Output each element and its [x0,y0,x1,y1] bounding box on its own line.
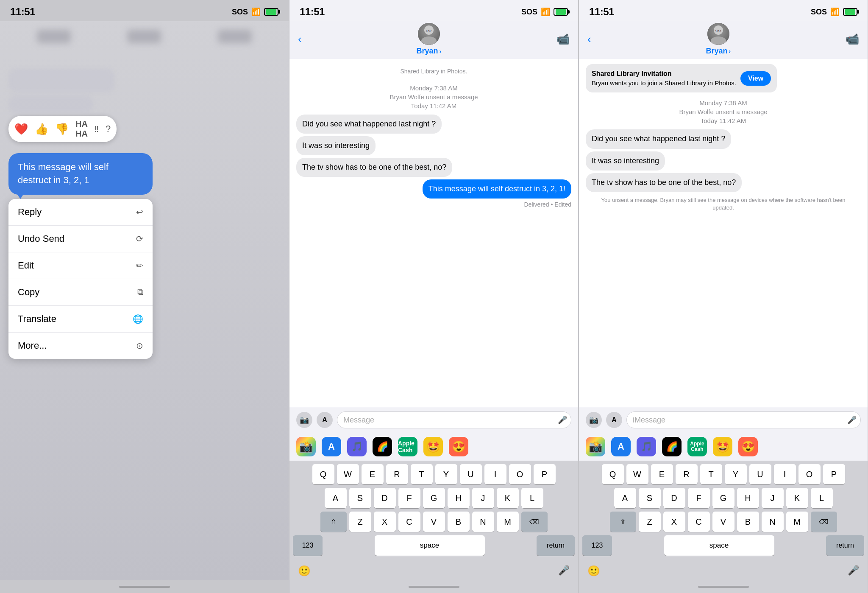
emoji-button-3[interactable]: 🙂 [587,565,600,577]
menu-item-undo-send[interactable]: Undo Send ⟳ [8,226,153,252]
key-n-2[interactable]: N [472,512,494,532]
tray-activity-2[interactable]: 🌈 [373,437,392,456]
avatar-3[interactable]: 👓 [707,23,729,45]
key-123-3[interactable]: 123 [582,535,612,556]
tray-activity-3[interactable]: 🌈 [662,437,682,456]
camera-button-2[interactable]: 📷 [296,412,312,428]
key-x-3[interactable]: X [663,512,685,532]
tray-photos-3[interactable]: 📸 [586,437,605,456]
mic-button-3[interactable]: 🎤 [848,565,859,577]
tray-audio-2[interactable]: 🎵 [347,437,367,456]
key-p-3[interactable]: P [823,464,845,484]
key-p-2[interactable]: P [534,464,556,484]
tray-memoji2-2[interactable]: 😍 [449,437,468,456]
key-123-2[interactable]: 123 [293,535,323,556]
key-n-3[interactable]: N [762,512,784,532]
mic-icon-2[interactable]: 🎤 [558,415,567,425]
key-f-2[interactable]: F [398,488,420,508]
key-d-2[interactable]: D [374,488,396,508]
menu-item-copy[interactable]: Copy ⧉ [8,279,153,306]
key-z-2[interactable]: Z [349,512,371,532]
video-call-button-2[interactable]: 📹 [556,33,570,46]
key-g-3[interactable]: G [712,488,734,508]
key-e-3[interactable]: E [651,464,673,484]
key-v-2[interactable]: V [423,512,445,532]
key-v-3[interactable]: V [712,512,734,532]
key-delete-2[interactable]: ⌫ [521,512,548,532]
key-u-3[interactable]: U [749,464,771,484]
key-s-2[interactable]: S [349,488,371,508]
key-r-3[interactable]: R [676,464,698,484]
key-s-3[interactable]: S [639,488,661,508]
reaction-question[interactable]: ? [106,123,111,134]
reaction-thumbsdown[interactable]: 👎 [55,123,69,136]
key-z-3[interactable]: Z [639,512,661,532]
key-e-2[interactable]: E [362,464,384,484]
camera-button-3[interactable]: 📷 [586,412,602,428]
apps-button-2[interactable]: A [317,412,333,428]
tray-appstore-2[interactable]: A [322,437,341,456]
contact-name-3[interactable]: Bryan › [706,47,731,56]
key-l-3[interactable]: L [811,488,833,508]
key-d-3[interactable]: D [663,488,685,508]
key-delete-3[interactable]: ⌫ [811,512,837,532]
key-y-3[interactable]: Y [725,464,747,484]
tray-memoji2-3[interactable]: 😍 [738,437,758,456]
key-t-3[interactable]: T [700,464,722,484]
key-m-3[interactable]: M [786,512,808,532]
key-w-3[interactable]: W [626,464,648,484]
key-i-2[interactable]: I [484,464,506,484]
key-j-3[interactable]: J [762,488,784,508]
key-return-3[interactable]: return [826,535,864,556]
key-return-2[interactable]: return [537,535,575,556]
key-j-2[interactable]: J [472,488,494,508]
reaction-haha[interactable]: HAHA [75,119,88,139]
key-g-2[interactable]: G [423,488,445,508]
key-a-3[interactable]: A [614,488,636,508]
key-b-3[interactable]: B [737,512,759,532]
tray-appstore-3[interactable]: A [611,437,631,456]
emoji-button-2[interactable]: 🙂 [298,565,311,577]
menu-item-reply[interactable]: Reply ↩ [8,199,153,226]
mic-icon-3[interactable]: 🎤 [847,415,857,425]
message-input-placeholder-2[interactable]: Message [337,411,571,428]
key-shift-3[interactable]: ⇧ [610,512,636,532]
contact-name-2[interactable]: Bryan › [416,47,441,56]
back-button-2[interactable]: ‹ [298,33,302,46]
avatar-2[interactable]: 👓 [418,23,440,45]
key-b-2[interactable]: B [448,512,470,532]
view-button[interactable]: View [740,71,771,86]
key-q-3[interactable]: Q [602,464,624,484]
tray-cash-2[interactable]: Apple Cash [398,437,417,456]
key-c-2[interactable]: C [398,512,420,532]
reaction-thumbsup[interactable]: 👍 [35,123,48,136]
key-h-2[interactable]: H [448,488,470,508]
tray-photos-2[interactable]: 📸 [296,437,316,456]
key-a-2[interactable]: A [325,488,347,508]
key-o-2[interactable]: O [509,464,531,484]
key-w-2[interactable]: W [337,464,359,484]
reaction-exclamation[interactable]: ‼ [95,124,99,134]
mic-button-2[interactable]: 🎤 [558,565,570,577]
key-x-2[interactable]: X [374,512,396,532]
key-u-2[interactable]: U [460,464,482,484]
message-input-placeholder-3[interactable]: iMessage [626,411,861,428]
key-o-3[interactable]: O [798,464,821,484]
key-y-2[interactable]: Y [435,464,457,484]
video-call-button-3[interactable]: 📹 [846,33,859,46]
key-k-2[interactable]: K [497,488,519,508]
key-q-2[interactable]: Q [312,464,334,484]
key-k-3[interactable]: K [786,488,808,508]
tray-memoji1-2[interactable]: 🤩 [423,437,443,456]
key-r-2[interactable]: R [386,464,408,484]
key-shift-2[interactable]: ⇧ [320,512,347,532]
reaction-heart[interactable]: ❤️ [14,123,28,136]
key-t-2[interactable]: T [411,464,433,484]
key-c-3[interactable]: C [688,512,710,532]
key-space-2[interactable]: space [375,535,485,556]
key-f-3[interactable]: F [688,488,710,508]
back-button-3[interactable]: ‹ [587,33,591,46]
menu-item-edit[interactable]: Edit ✏ [8,252,153,279]
tray-cash-3[interactable]: Apple Cash [687,437,707,456]
key-h-3[interactable]: H [737,488,759,508]
